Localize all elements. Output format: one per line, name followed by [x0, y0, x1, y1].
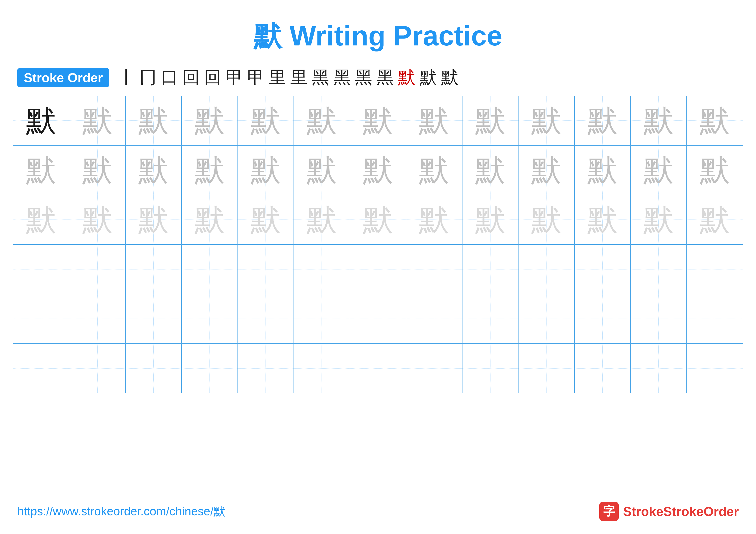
cell-r5c6[interactable] — [294, 294, 350, 343]
cell-r1c13[interactable]: 默 — [687, 96, 743, 145]
cell-r1c11[interactable]: 默 — [575, 96, 631, 145]
cell-r5c12[interactable] — [631, 294, 687, 343]
char-r1c9: 默 — [475, 106, 505, 136]
cell-r4c13[interactable] — [687, 244, 743, 294]
cell-r4c12[interactable] — [631, 244, 687, 294]
char-r2c6: 默 — [307, 155, 337, 185]
cell-r1c12[interactable]: 默 — [631, 96, 687, 145]
cell-r4c5[interactable] — [238, 244, 294, 294]
cell-r5c9[interactable] — [462, 294, 518, 343]
cell-r3c2[interactable]: 默 — [69, 195, 125, 244]
cell-r5c2[interactable] — [69, 294, 125, 343]
cell-r6c13[interactable] — [687, 343, 743, 393]
cell-r6c4[interactable] — [181, 343, 237, 393]
cell-r2c9[interactable]: 默 — [462, 145, 518, 195]
cell-r4c6[interactable] — [294, 244, 350, 294]
cell-r4c11[interactable] — [575, 244, 631, 294]
cell-r3c5[interactable]: 默 — [238, 195, 294, 244]
cell-r1c2[interactable]: 默 — [69, 96, 125, 145]
cell-r2c2[interactable]: 默 — [69, 145, 125, 195]
char-r3c1: 默 — [26, 205, 56, 235]
cell-r3c8[interactable]: 默 — [406, 195, 462, 244]
cell-r6c2[interactable] — [69, 343, 125, 393]
cell-r3c9[interactable]: 默 — [462, 195, 518, 244]
cell-r1c6[interactable]: 默 — [294, 96, 350, 145]
cell-r1c3[interactable]: 默 — [125, 96, 181, 145]
cell-r2c4[interactable]: 默 — [181, 145, 237, 195]
stroke-1: 丨 — [118, 66, 135, 89]
cell-r1c5[interactable]: 默 — [238, 96, 294, 145]
footer-url[interactable]: https://www.strokeorder.com/chinese/默 — [17, 503, 226, 519]
stroke-2: 冂 — [139, 66, 157, 89]
char-r3c13: 默 — [700, 205, 730, 235]
char-r1c12: 默 — [643, 106, 674, 136]
char-r1c3: 默 — [138, 106, 169, 136]
cell-r5c4[interactable] — [181, 294, 237, 343]
cell-r5c7[interactable] — [350, 294, 406, 343]
grid-row-4 — [13, 244, 743, 294]
cell-r6c8[interactable] — [406, 343, 462, 393]
cell-r6c9[interactable] — [462, 343, 518, 393]
char-r1c5: 默 — [251, 106, 281, 136]
cell-r5c1[interactable] — [13, 294, 69, 343]
stroke-4: 回 — [182, 66, 200, 89]
char-r2c13: 默 — [700, 155, 730, 185]
cell-r4c10[interactable] — [518, 244, 574, 294]
char-r1c10: 默 — [531, 106, 561, 136]
cell-r5c8[interactable] — [406, 294, 462, 343]
cell-r6c5[interactable] — [238, 343, 294, 393]
cell-r3c6[interactable]: 默 — [294, 195, 350, 244]
cell-r6c11[interactable] — [575, 343, 631, 393]
cell-r2c6[interactable]: 默 — [294, 145, 350, 195]
cell-r3c13[interactable]: 默 — [687, 195, 743, 244]
char-r3c3: 默 — [138, 205, 169, 235]
cell-r4c3[interactable] — [125, 244, 181, 294]
cell-r2c11[interactable]: 默 — [575, 145, 631, 195]
char-r2c4: 默 — [195, 155, 225, 185]
cell-r4c7[interactable] — [350, 244, 406, 294]
cell-r2c7[interactable]: 默 — [350, 145, 406, 195]
cell-r6c6[interactable] — [294, 343, 350, 393]
cell-r6c3[interactable] — [125, 343, 181, 393]
cell-r1c10[interactable]: 默 — [518, 96, 574, 145]
cell-r6c1[interactable] — [13, 343, 69, 393]
cell-r3c11[interactable]: 默 — [575, 195, 631, 244]
cell-r3c10[interactable]: 默 — [518, 195, 574, 244]
cell-r5c13[interactable] — [687, 294, 743, 343]
cell-r1c8[interactable]: 默 — [406, 96, 462, 145]
cell-r2c10[interactable]: 默 — [518, 145, 574, 195]
cell-r2c3[interactable]: 默 — [125, 145, 181, 195]
cell-r4c8[interactable] — [406, 244, 462, 294]
char-r3c2: 默 — [82, 205, 113, 235]
cell-r5c5[interactable] — [238, 294, 294, 343]
cell-r2c12[interactable]: 默 — [631, 145, 687, 195]
cell-r2c8[interactable]: 默 — [406, 145, 462, 195]
cell-r2c13[interactable]: 默 — [687, 145, 743, 195]
cell-r6c10[interactable] — [518, 343, 574, 393]
cell-r6c7[interactable] — [350, 343, 406, 393]
cell-r3c1[interactable]: 默 — [13, 195, 69, 244]
cell-r4c4[interactable] — [181, 244, 237, 294]
stroke-10: 黑 — [312, 66, 329, 89]
cell-r1c7[interactable]: 默 — [350, 96, 406, 145]
char-r1c1: 默 — [26, 106, 56, 136]
cell-r5c11[interactable] — [575, 294, 631, 343]
cell-r1c9[interactable]: 默 — [462, 96, 518, 145]
char-r3c4: 默 — [195, 205, 225, 235]
cell-r3c4[interactable]: 默 — [181, 195, 237, 244]
cell-r3c3[interactable]: 默 — [125, 195, 181, 244]
cell-r2c1[interactable]: 默 — [13, 145, 69, 195]
cell-r5c3[interactable] — [125, 294, 181, 343]
page-title: 默 Writing Practice — [254, 20, 502, 51]
cell-r2c5[interactable]: 默 — [238, 145, 294, 195]
stroke-8: 里 — [269, 66, 286, 89]
cell-r5c10[interactable] — [518, 294, 574, 343]
cell-r4c2[interactable] — [69, 244, 125, 294]
cell-r1c4[interactable]: 默 — [181, 96, 237, 145]
cell-r6c12[interactable] — [631, 343, 687, 393]
cell-r3c12[interactable]: 默 — [631, 195, 687, 244]
cell-r4c9[interactable] — [462, 244, 518, 294]
cell-r1c1[interactable]: 默 — [13, 96, 69, 145]
cell-r3c7[interactable]: 默 — [350, 195, 406, 244]
cell-r4c1[interactable] — [13, 244, 69, 294]
